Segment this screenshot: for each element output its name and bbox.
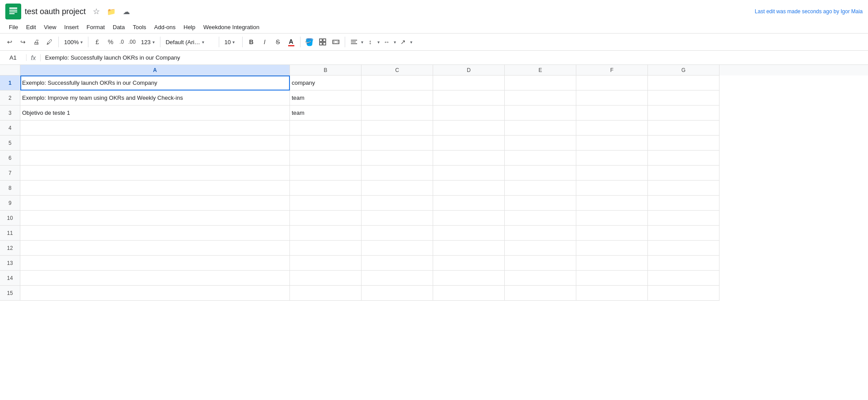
row-number-13[interactable]: 13 [0,256,20,271]
cell-B1[interactable]: company [290,75,362,91]
decimal2-button[interactable]: .00 [126,36,137,48]
font-select[interactable]: Default (Ari… ▾ [163,36,216,48]
row-number-2[interactable]: 2 [0,91,20,106]
cell-G12[interactable] [648,241,720,256]
row-number-11[interactable]: 11 [0,226,20,241]
cell-E3[interactable] [505,106,576,121]
cell-D9[interactable] [433,196,505,211]
cell-B7[interactable] [290,166,362,181]
halign-arrow[interactable]: ▾ [361,40,363,45]
menu-item-data[interactable]: Data [109,22,128,32]
cell-F11[interactable] [576,226,648,241]
cell-D7[interactable] [433,166,505,181]
col-header-c[interactable]: C [362,65,433,75]
col-header-g[interactable]: G [648,65,720,75]
cell-F15[interactable] [576,286,648,301]
cell-B3[interactable]: team [290,106,362,121]
star-icon[interactable]: ☆ [91,6,102,17]
strikethrough-button[interactable]: S [272,36,284,48]
cell-C7[interactable] [362,166,433,181]
merge-button[interactable] [330,36,342,48]
cell-reference[interactable]: A1 [0,54,27,61]
textwrap-button[interactable]: ↔ [381,36,393,48]
cell-A9[interactable] [20,196,290,211]
cell-F13[interactable] [576,256,648,271]
cell-G6[interactable] [648,151,720,166]
cell-G4[interactable] [648,121,720,136]
bold-button[interactable]: B [245,36,258,48]
cell-D1[interactable] [433,75,505,91]
row-number-7[interactable]: 7 [0,166,20,181]
cell-G8[interactable] [648,181,720,196]
cell-G2[interactable] [648,91,720,106]
cell-G3[interactable] [648,106,720,121]
cell-D14[interactable] [433,271,505,286]
cell-A5[interactable] [20,136,290,151]
currency-button[interactable]: £ [91,36,103,48]
cell-B11[interactable] [290,226,362,241]
col-header-f[interactable]: F [576,65,648,75]
cell-C8[interactable] [362,181,433,196]
row-number-1[interactable]: 1 [0,75,20,91]
col-header-e[interactable]: E [505,65,576,75]
cell-F12[interactable] [576,241,648,256]
cell-B4[interactable] [290,121,362,136]
cell-F4[interactable] [576,121,648,136]
cell-G5[interactable] [648,136,720,151]
cell-F1[interactable] [576,75,648,91]
cloud-icon[interactable]: ☁ [121,7,132,17]
cell-E12[interactable] [505,241,576,256]
cell-E6[interactable] [505,151,576,166]
zoom-select[interactable]: 100% ▾ [61,36,85,48]
cell-C13[interactable] [362,256,433,271]
cell-B9[interactable] [290,196,362,211]
redo-button[interactable]: ↪ [17,36,29,48]
folder-icon[interactable]: 📁 [105,7,118,17]
cell-D10[interactable] [433,211,505,226]
cell-C15[interactable] [362,286,433,301]
cell-B2[interactable]: team [290,91,362,106]
menu-item-add-ons[interactable]: Add-ons [151,22,179,32]
cell-G9[interactable] [648,196,720,211]
cell-A15[interactable] [20,286,290,301]
fontsize-select[interactable]: 10 ▾ [222,36,240,48]
cell-E4[interactable] [505,121,576,136]
cell-B10[interactable] [290,211,362,226]
cell-B8[interactable] [290,181,362,196]
col-header-d[interactable]: D [433,65,505,75]
cell-C12[interactable] [362,241,433,256]
cell-D13[interactable] [433,256,505,271]
cell-B5[interactable] [290,136,362,151]
cell-B14[interactable] [290,271,362,286]
cell-C9[interactable] [362,196,433,211]
cell-E10[interactable] [505,211,576,226]
cell-F9[interactable] [576,196,648,211]
cell-E2[interactable] [505,91,576,106]
textrotate-button[interactable]: ↗ [397,36,409,48]
italic-button[interactable]: I [259,36,271,48]
row-number-3[interactable]: 3 [0,106,20,121]
valign-button[interactable]: ↕ [364,36,377,48]
valign-arrow[interactable]: ▾ [377,40,380,45]
menu-item-weekdone-integration[interactable]: Weekdone Integration [200,22,263,32]
cell-A7[interactable] [20,166,290,181]
cell-C14[interactable] [362,271,433,286]
font-color-button[interactable]: A [285,36,297,48]
cell-A8[interactable] [20,181,290,196]
cell-C2[interactable] [362,91,433,106]
doc-title[interactable]: test oauth project [25,7,86,16]
cell-C1[interactable] [362,75,433,91]
cell-D15[interactable] [433,286,505,301]
cell-F8[interactable] [576,181,648,196]
cell-E11[interactable] [505,226,576,241]
row-number-10[interactable]: 10 [0,211,20,226]
cell-A11[interactable] [20,226,290,241]
row-number-14[interactable]: 14 [0,271,20,286]
decimal0-button[interactable]: .0 [118,36,126,48]
cell-B12[interactable] [290,241,362,256]
col-header-a[interactable]: A [20,65,290,75]
cell-E13[interactable] [505,256,576,271]
cell-D5[interactable] [433,136,505,151]
menu-item-format[interactable]: Format [83,22,108,32]
cell-A12[interactable] [20,241,290,256]
